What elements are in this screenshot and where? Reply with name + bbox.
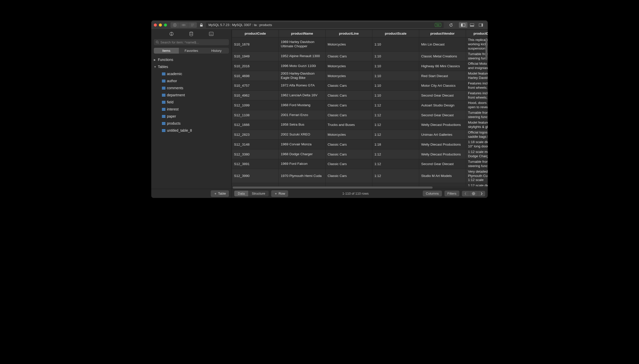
reload-button[interactable] bbox=[447, 22, 455, 28]
cell[interactable]: Very detailed 1970 Plymouth Cuda model i… bbox=[466, 169, 488, 183]
column-header-productCode[interactable]: productCode bbox=[232, 30, 279, 37]
connection-bar[interactable]: MySQL 5.7.23 : MySQL 3307 : ta : product… bbox=[206, 22, 444, 28]
layout-sidebar-button[interactable] bbox=[459, 22, 467, 28]
page-settings-button[interactable] bbox=[469, 191, 478, 196]
column-header-productScale[interactable]: productScale bbox=[372, 30, 419, 37]
page-next-button[interactable] bbox=[478, 191, 485, 196]
cell[interactable]: 1:18 bbox=[372, 140, 419, 149]
table-row[interactable]: S12_39901970 Plymouth Hemi CudaClassic C… bbox=[232, 169, 488, 183]
lock-icon[interactable] bbox=[200, 23, 203, 27]
cell[interactable]: Model features, official Harley Davidson… bbox=[466, 71, 488, 81]
editor-button[interactable] bbox=[188, 22, 197, 28]
columns-button[interactable]: Columns bbox=[423, 191, 442, 196]
cell[interactable]: Hood, doors and trunk all open to reveal… bbox=[466, 100, 488, 110]
cell[interactable]: 1958 Setra Bus bbox=[279, 120, 326, 130]
cell[interactable]: 1:12 bbox=[372, 110, 419, 120]
vertical-scrollbar[interactable] bbox=[485, 38, 487, 60]
cell[interactable]: 2003 Harley-Davidson Eagle Drag Bike bbox=[279, 71, 326, 81]
cell[interactable]: 1:12 scale die-cast about 20" long Hood … bbox=[466, 183, 488, 186]
cell[interactable]: 1:10 bbox=[372, 61, 419, 71]
tab-favorites[interactable]: Favorites bbox=[179, 48, 204, 54]
cell[interactable]: Motorcycles bbox=[326, 37, 372, 52]
cell[interactable]: 1:12 bbox=[372, 159, 419, 169]
tab-items[interactable]: Items bbox=[154, 48, 179, 54]
cell[interactable]: Trucks and Buses bbox=[326, 183, 372, 186]
column-header-productDescription[interactable]: productDescription bbox=[466, 30, 488, 37]
cell[interactable]: S10_4962 bbox=[232, 90, 279, 100]
table-row[interactable]: S12_28232002 Suzuki XREOMotorcycles1:12U… bbox=[232, 130, 488, 140]
table-row[interactable]: S12_10991968 Ford MustangClassic Cars1:1… bbox=[232, 100, 488, 110]
cell[interactable]: 1952 Alpine Renault 1300 bbox=[279, 51, 326, 61]
horizontal-scrollbar[interactable] bbox=[233, 187, 433, 189]
cell[interactable]: Classic Cars bbox=[326, 100, 372, 110]
cell[interactable]: S10_1678 bbox=[232, 37, 279, 52]
zoom-window-button[interactable] bbox=[164, 24, 167, 27]
column-header-productLine[interactable]: productLine bbox=[326, 30, 372, 37]
table-item-untitled_table_8[interactable]: untitled_table_8 bbox=[151, 127, 231, 134]
cell[interactable]: 2001 Ferrari Enzo bbox=[279, 110, 326, 120]
table-row[interactable]: S10_16781969 Harley Davidson Ultimate Ch… bbox=[232, 37, 488, 52]
filters-button[interactable]: Filters bbox=[444, 191, 459, 196]
cell[interactable]: 1:18 scale die-cast about 10" long doors… bbox=[466, 140, 488, 149]
cell[interactable]: S12_2823 bbox=[232, 130, 279, 140]
cell[interactable]: Model features 30 windows, skylights & g… bbox=[466, 120, 488, 130]
cell[interactable]: Classic Cars bbox=[326, 140, 372, 149]
cell[interactable]: 1969 Harley Davidson Ultimate Chopper bbox=[279, 37, 326, 52]
table-row[interactable]: S10_46982003 Harley-Davidson Eagle Drag … bbox=[232, 71, 488, 81]
cell[interactable]: Motorcycles bbox=[326, 71, 372, 81]
cell[interactable]: 1996 Moto Guzzi 1100i bbox=[279, 61, 326, 71]
table-row[interactable]: S10_47571972 Alfa Romeo GTAClassic Cars1… bbox=[232, 81, 488, 90]
cell[interactable]: 1968 Ford Mustang bbox=[279, 100, 326, 110]
close-window-button[interactable] bbox=[154, 24, 157, 27]
table-row[interactable]: S12_11082001 Ferrari EnzoClassic Cars1:1… bbox=[232, 110, 488, 120]
cell[interactable]: Classic Cars bbox=[326, 90, 372, 100]
data-grid[interactable]: productCodeproductNameproductLineproduct… bbox=[232, 30, 488, 186]
cell[interactable]: 1:10 bbox=[372, 51, 419, 61]
cell[interactable]: 1:10 bbox=[372, 81, 419, 90]
cell[interactable]: Welly Diecast Productions bbox=[419, 149, 466, 159]
cell[interactable]: Classic Cars bbox=[326, 51, 372, 61]
view-structure-tab[interactable]: Structure bbox=[248, 191, 269, 196]
cell[interactable]: Classic Cars bbox=[326, 169, 372, 183]
cell[interactable]: 1:12 bbox=[372, 169, 419, 183]
table-row[interactable]: S10_19491952 Alpine Renault 1300Classic … bbox=[232, 51, 488, 61]
cell[interactable]: 2002 Suzuki XREO bbox=[279, 130, 326, 140]
cell[interactable]: Motorcycles bbox=[326, 61, 372, 71]
cell[interactable]: 1969 Corvair Monza bbox=[279, 140, 326, 149]
table-item-interest[interactable]: interest bbox=[151, 106, 231, 113]
plug-icon[interactable] bbox=[169, 32, 174, 36]
cell[interactable]: S10_1949 bbox=[232, 51, 279, 61]
table-row[interactable]: S12_44731957 Chevy PickupTrucks and Buse… bbox=[232, 183, 488, 186]
cell[interactable]: Second Gear Diecast bbox=[419, 90, 466, 100]
cell[interactable]: Turnable front wheels; steering function… bbox=[466, 51, 488, 61]
cell[interactable]: Welly Diecast Productions bbox=[419, 120, 466, 130]
cell[interactable]: S10_4698 bbox=[232, 71, 279, 81]
table-row[interactable]: S12_33801968 Dodge ChargerClassic Cars1:… bbox=[232, 149, 488, 159]
cell[interactable]: Highway 66 Mini Classics bbox=[419, 61, 466, 71]
preview-button[interactable] bbox=[179, 22, 188, 28]
cell[interactable]: S12_1108 bbox=[232, 110, 279, 120]
cell[interactable]: 1:12 scale model of a 1968 Dodge Charger… bbox=[466, 149, 488, 159]
cell[interactable]: S12_3891 bbox=[232, 159, 279, 169]
cell[interactable]: Features include: Turnable front wheels;… bbox=[466, 90, 488, 100]
cell[interactable]: S12_1099 bbox=[232, 100, 279, 110]
sql-icon[interactable]: SQL bbox=[209, 32, 214, 36]
cell[interactable]: Classic Metal Creations bbox=[419, 51, 466, 61]
cell[interactable]: 1:10 bbox=[372, 37, 419, 52]
table-item-academic[interactable]: academic bbox=[151, 70, 231, 77]
page-prev-button[interactable] bbox=[462, 191, 469, 196]
cell[interactable]: S10_4757 bbox=[232, 81, 279, 90]
table-row[interactable]: S10_49621962 LanciaA Delta 16VClassic Ca… bbox=[232, 90, 488, 100]
cell[interactable]: Unimax Art Galleries bbox=[419, 130, 466, 140]
cell[interactable]: Turnable front wheels; steering function… bbox=[466, 110, 488, 120]
cell[interactable]: S12_3148 bbox=[232, 140, 279, 149]
table-row[interactable]: S12_16661958 Setra BusTrucks and Buses1:… bbox=[232, 120, 488, 130]
table-item-field[interactable]: field bbox=[151, 99, 231, 106]
cell[interactable]: 1969 Ford Falcon bbox=[279, 159, 326, 169]
cell[interactable]: 1957 Chevy Pickup bbox=[279, 183, 326, 186]
cell[interactable]: Exoto Designs bbox=[419, 183, 466, 186]
table-item-comments[interactable]: comments bbox=[151, 84, 231, 92]
add-table-button[interactable]: ＋ Table bbox=[211, 190, 229, 197]
cell[interactable]: Official logos and insignias, saddle bag… bbox=[466, 130, 488, 140]
cell[interactable]: 1:12 bbox=[372, 149, 419, 159]
